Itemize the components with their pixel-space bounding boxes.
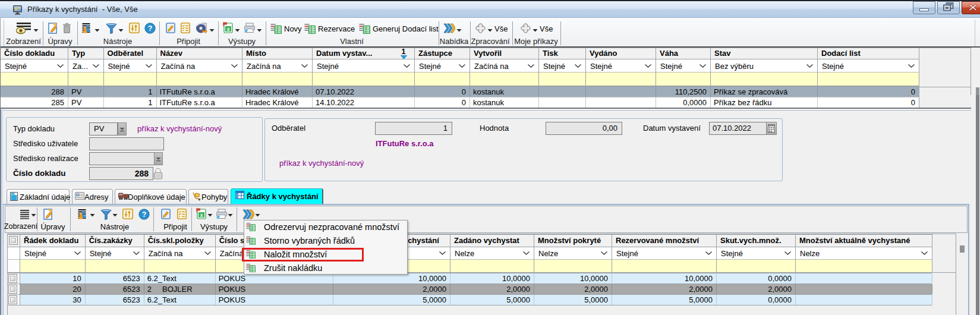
- svg-text:?: ?: [142, 210, 147, 219]
- svg-text:x: x: [227, 26, 230, 32]
- svg-text:x: x: [200, 212, 203, 218]
- svg-text:?: ?: [148, 24, 153, 33]
